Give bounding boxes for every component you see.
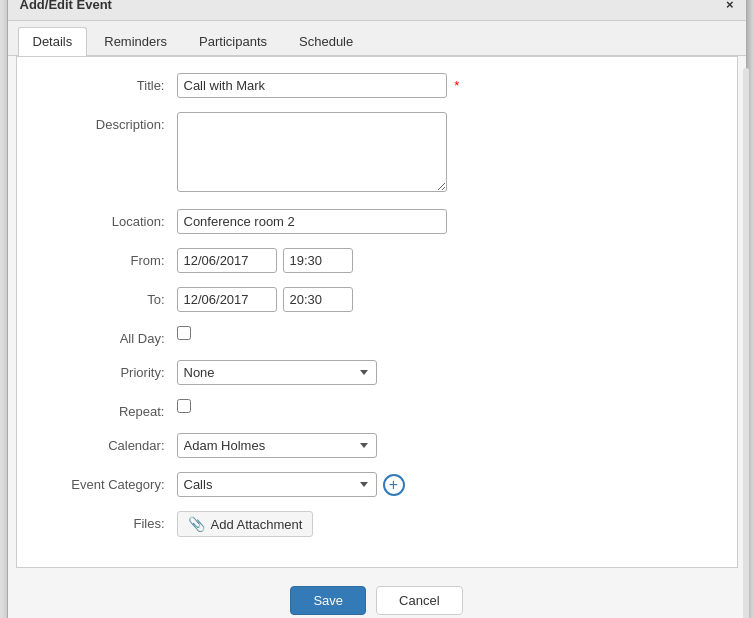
priority-control: None Low Normal High [177,360,717,385]
category-select[interactable]: Calls Meetings Tasks Other [177,472,377,497]
event-category-row: Event Category: Calls Meetings Tasks Oth… [37,472,717,497]
from-date-input[interactable] [177,248,277,273]
files-row: Files: 📎 Add Attachment [37,511,717,537]
to-row: To: [37,287,717,312]
paperclip-icon: 📎 [188,516,205,532]
title-label: Title: [37,73,177,93]
tab-reminders[interactable]: Reminders [89,27,182,55]
from-label: From: [37,248,177,268]
repeat-label: Repeat: [37,399,177,419]
add-attachment-button[interactable]: 📎 Add Attachment [177,511,314,537]
description-label: Description: [37,112,177,132]
tab-schedule[interactable]: Schedule [284,27,368,55]
to-time-input[interactable] [283,287,353,312]
add-attachment-label: Add Attachment [211,517,303,532]
dialog-body: Title: * Description: Location: [16,56,738,568]
repeat-control [177,399,717,416]
title-input[interactable] [177,73,447,98]
priority-row: Priority: None Low Normal High [37,360,717,385]
calendar-label: Calendar: [37,433,177,453]
event-category-label: Event Category: [37,472,177,492]
all-day-row: All Day: [37,326,717,346]
from-control [177,248,717,273]
to-label: To: [37,287,177,307]
location-label: Location: [37,209,177,229]
all-day-checkbox[interactable] [177,326,191,340]
calendar-row: Calendar: Adam Holmes Work Personal [37,433,717,458]
dialog-footer: Save Cancel [8,576,746,618]
description-control [177,112,717,195]
required-star: * [454,78,459,93]
priority-select[interactable]: None Low Normal High [177,360,377,385]
from-row: From: [37,248,717,273]
location-control [177,209,717,234]
all-day-control [177,326,717,343]
tab-participants[interactable]: Participants [184,27,282,55]
to-control [177,287,717,312]
add-edit-event-dialog: Add/Edit Event × Details Reminders Parti… [7,0,747,618]
all-day-label: All Day: [37,326,177,346]
save-button[interactable]: Save [290,586,366,615]
add-category-button[interactable]: + [383,474,405,496]
tab-bar: Details Reminders Participants Schedule [8,21,746,56]
repeat-row: Repeat: [37,399,717,419]
title-control: * [177,73,717,98]
description-input[interactable] [177,112,447,192]
close-button[interactable]: × [726,0,734,11]
repeat-checkbox[interactable] [177,399,191,413]
dialog-title-bar: Add/Edit Event × [8,0,746,21]
priority-label: Priority: [37,360,177,380]
event-category-control: Calls Meetings Tasks Other + [177,472,717,497]
to-date-input[interactable] [177,287,277,312]
scrollbar[interactable] [743,68,749,618]
cancel-button[interactable]: Cancel [376,586,462,615]
calendar-control: Adam Holmes Work Personal [177,433,717,458]
dialog-title: Add/Edit Event [20,0,112,12]
files-control: 📎 Add Attachment [177,511,717,537]
calendar-select[interactable]: Adam Holmes Work Personal [177,433,377,458]
description-row: Description: [37,112,717,195]
files-label: Files: [37,511,177,531]
title-row: Title: * [37,73,717,98]
location-row: Location: [37,209,717,234]
location-input[interactable] [177,209,447,234]
tab-details[interactable]: Details [18,27,88,56]
from-time-input[interactable] [283,248,353,273]
